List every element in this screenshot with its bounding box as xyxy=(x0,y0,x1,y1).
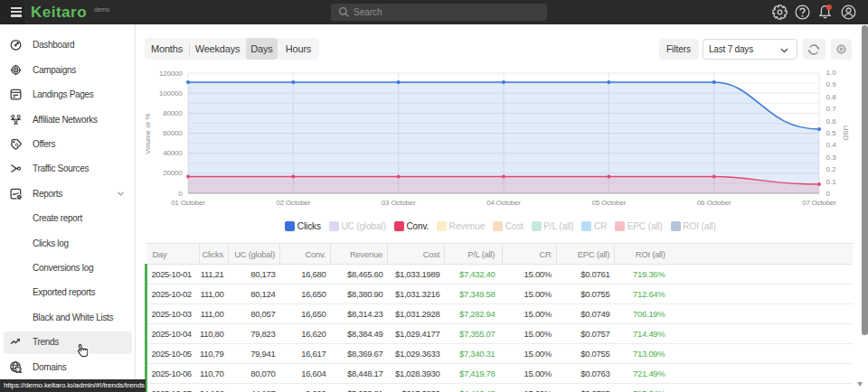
svg-text:0.9: 0.9 xyxy=(826,80,837,89)
svg-text:0.1: 0.1 xyxy=(826,178,837,186)
svg-text:01 October: 01 October xyxy=(171,199,205,207)
svg-text:0.5: 0.5 xyxy=(826,129,837,137)
svg-text:0.6: 0.6 xyxy=(826,117,837,126)
svg-text:0: 0 xyxy=(826,190,831,198)
svg-text:0.2: 0.2 xyxy=(826,165,837,173)
svg-text:100000: 100000 xyxy=(159,89,183,98)
svg-text:0.4: 0.4 xyxy=(826,141,837,149)
svg-text:07 October: 07 October xyxy=(802,199,836,207)
svg-text:03 October: 03 October xyxy=(382,199,416,207)
svg-text:40000: 40000 xyxy=(163,149,183,157)
svg-text:05 October: 05 October xyxy=(592,199,627,207)
svg-text:120000: 120000 xyxy=(159,70,183,78)
svg-text:06 October: 06 October xyxy=(697,199,731,207)
svg-text:1.0: 1.0 xyxy=(826,69,837,77)
svg-text:USD: USD xyxy=(842,126,850,141)
svg-text:Volume or %: Volume or % xyxy=(145,113,152,154)
svg-text:02 October: 02 October xyxy=(277,199,311,207)
svg-text:0.3: 0.3 xyxy=(826,154,837,162)
svg-text:0.8: 0.8 xyxy=(826,93,837,101)
svg-text:0: 0 xyxy=(178,190,183,198)
svg-text:80000: 80000 xyxy=(163,109,183,117)
svg-text:04 October: 04 October xyxy=(486,199,521,207)
svg-text:0.7: 0.7 xyxy=(826,105,837,113)
svg-text:20000: 20000 xyxy=(163,169,183,177)
svg-text:60000: 60000 xyxy=(163,129,183,137)
